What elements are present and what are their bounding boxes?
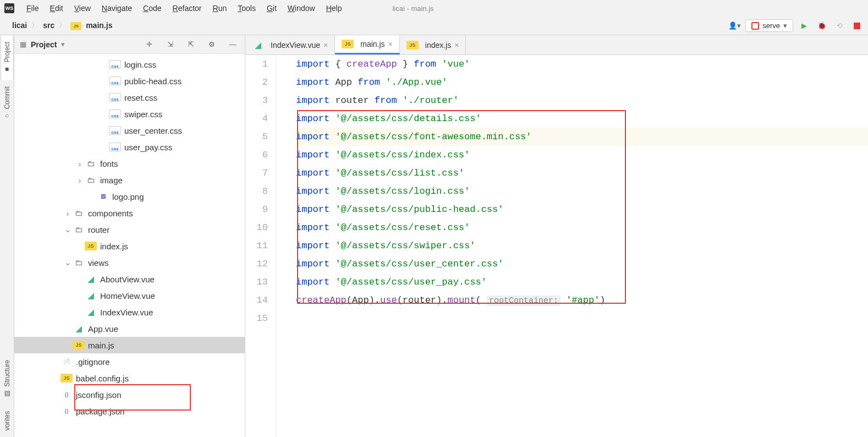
menu-run[interactable]: Run bbox=[207, 2, 233, 15]
window-title: licai - main.js bbox=[392, 4, 433, 13]
project-tree[interactable]: login.csspublic-head.cssreset.cssswiper.… bbox=[14, 54, 245, 437]
menu-help[interactable]: Help bbox=[321, 2, 348, 15]
project-tool-icon: ▦ bbox=[20, 40, 26, 48]
close-icon[interactable]: × bbox=[323, 41, 328, 50]
menu-window[interactable]: Window bbox=[282, 2, 321, 15]
toolbar: licai 〉 src 〉 JS main.js 👤▾ serve ▾ ▶ 🐞 … bbox=[0, 17, 868, 35]
menu-tools[interactable]: Tools bbox=[232, 2, 261, 15]
tab-index-js[interactable]: JSindex.js× bbox=[400, 35, 466, 54]
close-icon[interactable]: × bbox=[454, 41, 459, 50]
rail-structure[interactable]: ▤ Structure bbox=[1, 353, 13, 405]
app-icon: WS bbox=[4, 3, 14, 13]
locate-icon[interactable]: ✛ bbox=[142, 38, 156, 51]
tree-item-user_pay-css[interactable]: user_pay.css bbox=[14, 139, 245, 155]
tree-item-swiper-css[interactable]: swiper.css bbox=[14, 106, 245, 122]
tree-item-router[interactable]: ⌄🗀router bbox=[14, 221, 245, 238]
menu-refactor[interactable]: Refactor bbox=[167, 2, 207, 15]
chevron-right-icon: 〉 bbox=[59, 20, 66, 30]
code-content[interactable]: import { createApp } from 'vue'import Ap… bbox=[276, 55, 868, 437]
project-label: Project bbox=[31, 40, 57, 49]
menu-edit[interactable]: Edit bbox=[45, 2, 69, 15]
sidebar-header: ▦ Project ▾ ✛ ⇲ ⇱ ⚙ — bbox=[14, 35, 245, 54]
menu-git[interactable]: Git bbox=[261, 2, 282, 15]
crumb-file-label: main.js bbox=[86, 21, 112, 30]
tree-item-IndexView-vue[interactable]: ◢IndexView.vue bbox=[14, 304, 245, 320]
editor-tabs: ◢IndexView.vue×JSmain.js×JSindex.js× bbox=[245, 35, 868, 55]
chevron-down-icon[interactable]: ▾ bbox=[61, 40, 65, 48]
project-sidebar: ▦ Project ▾ ✛ ⇲ ⇱ ⚙ — login.csspublic-he… bbox=[14, 35, 245, 437]
expand-icon[interactable]: ⇲ bbox=[163, 38, 177, 51]
chevron-right-icon: 〉 bbox=[31, 20, 39, 30]
left-tool-rail: ■ Project ○ Commit ▤ Structure vorites bbox=[0, 35, 14, 437]
crumb-project[interactable]: licai bbox=[10, 20, 29, 31]
tree-item-HomeView-vue[interactable]: ◢HomeView.vue bbox=[14, 287, 245, 304]
gear-icon[interactable]: ⚙ bbox=[205, 38, 218, 51]
tree-item-image[interactable]: ›🗀image bbox=[14, 172, 245, 188]
main-area: ■ Project ○ Commit ▤ Structure vorites ▦… bbox=[0, 35, 868, 437]
code-area[interactable]: 123456789101112131415 import { createApp… bbox=[245, 55, 868, 437]
crumb-src[interactable]: src bbox=[41, 20, 57, 31]
tree-item-reset-css[interactable]: reset.css bbox=[14, 89, 245, 106]
tree-item-index-js[interactable]: JSindex.js bbox=[14, 238, 245, 254]
rail-project[interactable]: ■ Project bbox=[1, 35, 14, 80]
tree-item--gitignore[interactable]: 📄.gitignore bbox=[14, 353, 245, 370]
coverage-button[interactable]: ⟲ bbox=[833, 19, 846, 32]
tab-IndexView-vue[interactable]: ◢IndexView.vue× bbox=[245, 35, 335, 54]
hide-icon[interactable]: — bbox=[226, 38, 239, 51]
tree-item-login-css[interactable]: login.css bbox=[14, 56, 245, 73]
menu-code[interactable]: Code bbox=[138, 2, 167, 15]
tab-main-js[interactable]: JSmain.js× bbox=[335, 35, 400, 54]
tree-item-components[interactable]: ›🗀components bbox=[14, 205, 245, 221]
crumb-file[interactable]: JS main.js bbox=[68, 20, 114, 31]
tree-item-AboutView-vue[interactable]: ◢AboutView.vue bbox=[14, 271, 245, 287]
collapse-icon[interactable]: ⇱ bbox=[184, 38, 197, 51]
tree-item-public-head-css[interactable]: public-head.css bbox=[14, 73, 245, 89]
menu-navigate[interactable]: Navigate bbox=[96, 2, 138, 15]
tree-item-App-vue[interactable]: ◢App.vue bbox=[14, 320, 245, 337]
close-icon[interactable]: × bbox=[388, 40, 393, 48]
stop-button[interactable] bbox=[850, 19, 864, 32]
menu-view[interactable]: View bbox=[69, 2, 96, 15]
tree-item-fonts[interactable]: ›🗀fonts bbox=[14, 155, 245, 172]
tree-item-main-js[interactable]: JSmain.js bbox=[14, 337, 245, 353]
menubar: WS FileEditViewNavigateCodeRefactorRunTo… bbox=[0, 0, 868, 17]
run-configuration[interactable]: serve ▾ bbox=[745, 19, 793, 32]
tree-item-user_center-css[interactable]: user_center.css bbox=[14, 122, 245, 139]
debug-button[interactable]: 🐞 bbox=[815, 19, 828, 32]
rail-commit[interactable]: ○ Commit bbox=[1, 80, 13, 127]
tree-item-babel-config-js[interactable]: JSbabel.config.js bbox=[14, 370, 245, 386]
run-config-label: serve bbox=[762, 21, 780, 30]
chevron-down-icon: ▾ bbox=[783, 21, 787, 30]
breadcrumb[interactable]: licai 〉 src 〉 JS main.js bbox=[4, 20, 114, 31]
tree-item-views[interactable]: ⌄🗀views bbox=[14, 254, 245, 271]
js-file-icon: JS bbox=[70, 22, 81, 30]
line-gutter: 123456789101112131415 bbox=[245, 55, 276, 437]
editor: ◢IndexView.vue×JSmain.js×JSindex.js× 123… bbox=[245, 35, 868, 437]
tree-item-jsconfig-json[interactable]: {}jsconfig.json bbox=[14, 386, 245, 403]
tree-item-package-json[interactable]: {}package.json bbox=[14, 403, 245, 419]
run-button[interactable]: ▶ bbox=[798, 19, 811, 32]
rail-favorites[interactable]: vorites bbox=[1, 405, 13, 437]
menu-file[interactable]: File bbox=[21, 2, 45, 15]
serve-config-icon bbox=[751, 22, 759, 30]
user-icon[interactable]: 👤▾ bbox=[728, 19, 741, 32]
tree-item-logo-png[interactable]: 🖼logo.png bbox=[14, 188, 245, 205]
